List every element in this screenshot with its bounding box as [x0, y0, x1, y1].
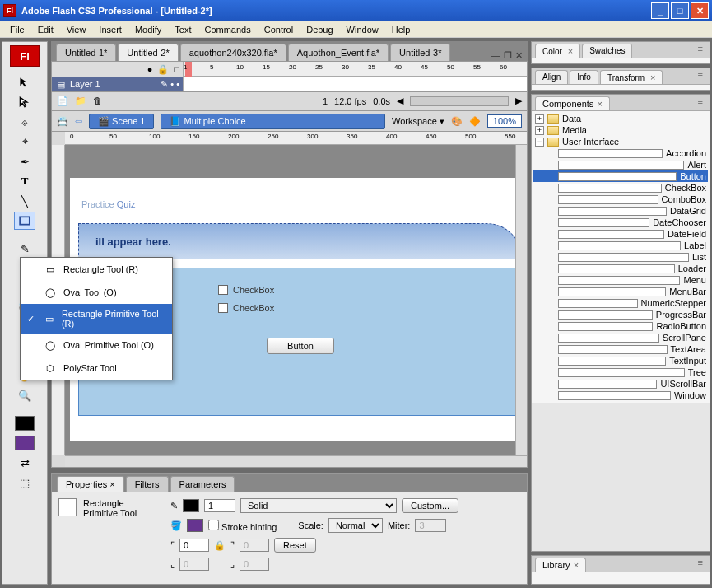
component-item[interactable]: TextInput — [533, 355, 708, 366]
menu-debug[interactable]: Debug — [300, 23, 339, 36]
component-item[interactable]: Loader — [533, 263, 708, 274]
stage-hscrollbar[interactable] — [65, 455, 527, 467]
pencil-tool[interactable]: ✎ — [14, 240, 35, 258]
doc-tab[interactable]: Untitled-2* — [118, 44, 178, 61]
scene-select-icon[interactable]: 🎨 — [451, 116, 463, 127]
stroke-color-well[interactable] — [15, 416, 35, 431]
props-tab-parameters[interactable]: Parameters — [170, 476, 235, 492]
menu-insert[interactable]: Insert — [92, 23, 128, 36]
component-item[interactable]: Window — [533, 390, 708, 401]
new-layer-icon[interactable]: 📄 — [57, 96, 68, 107]
outline-icon[interactable]: □ — [174, 64, 179, 74]
flyout-item[interactable]: ◯Oval Tool (O) — [21, 281, 172, 304]
scale-select[interactable]: Normal — [328, 518, 383, 533]
component-item[interactable]: NumericStepper — [533, 297, 708, 309]
component-item[interactable]: UIScrollBar — [533, 378, 708, 390]
edit-icon[interactable]: 📇 — [57, 116, 68, 127]
timeline-scrollbar[interactable] — [410, 96, 509, 106]
subselection-tool[interactable] — [14, 93, 35, 111]
reset-button[interactable]: Reset — [274, 538, 316, 553]
corner-tl-input[interactable] — [179, 539, 209, 552]
panel-tab[interactable]: Swatches — [582, 44, 632, 58]
scroll-left-icon[interactable]: ◀ — [397, 96, 403, 106]
panel-menu-icon[interactable]: ≡ — [698, 558, 703, 572]
checkbox-component[interactable]: CheckBox — [218, 303, 383, 313]
components-tab[interactable]: Components× — [535, 96, 610, 110]
visibility-icon[interactable]: ● — [147, 64, 153, 74]
doc-tab[interactable]: Untitled-3* — [390, 44, 450, 61]
pen-tool[interactable]: ✒ — [14, 152, 35, 170]
library-tab[interactable]: Library× — [535, 558, 586, 572]
doc-close-icon[interactable]: ✕ — [515, 50, 523, 61]
close-tab-icon[interactable]: × — [574, 560, 579, 570]
component-item[interactable]: TextArea — [533, 343, 708, 355]
component-item[interactable]: CheckBox — [533, 182, 708, 194]
new-folder-icon[interactable]: 📁 — [75, 96, 86, 107]
button-component[interactable]: Button — [267, 338, 334, 354]
menu-window[interactable]: Window — [340, 23, 385, 36]
close-tab-icon[interactable]: × — [597, 99, 602, 109]
checkbox-component[interactable]: CheckBox — [218, 285, 383, 295]
rectangle-tool[interactable] — [14, 212, 35, 230]
expand-icon[interactable]: + — [535, 114, 544, 124]
scene-crumb[interactable]: 🎬 Scene 1 — [89, 114, 154, 129]
tree-folder[interactable]: +Data — [533, 113, 708, 124]
frame-ruler[interactable]: 151015202530354045505560 — [184, 62, 527, 77]
flyout-item[interactable]: ✓▭Rectangle Primitive Tool (R) — [21, 304, 172, 334]
back-icon[interactable]: ⇦ — [75, 116, 82, 127]
menu-view[interactable]: View — [60, 23, 93, 36]
props-tab-properties[interactable]: Properties × — [57, 476, 124, 492]
menu-file[interactable]: File — [3, 23, 31, 36]
doc-tab[interactable]: Aquothon_Event.fla* — [288, 44, 389, 61]
component-item[interactable]: List — [533, 251, 708, 263]
stroke-style-select[interactable]: Solid — [240, 498, 397, 513]
delete-layer-icon[interactable]: 🗑 — [93, 96, 105, 107]
doc-minimize-icon[interactable]: — — [491, 50, 500, 61]
component-item[interactable]: DateField — [533, 228, 708, 240]
workspace-dropdown[interactable]: Workspace ▾ — [392, 116, 444, 127]
flyout-item[interactable]: ▭Rectangle Tool (R) — [21, 258, 172, 281]
stroke-hinting-checkbox[interactable]: Stroke hinting — [208, 520, 277, 532]
doc-restore-icon[interactable]: ❐ — [504, 50, 512, 61]
component-item[interactable]: Accordion — [533, 147, 708, 159]
panel-tab[interactable]: Info — [570, 70, 598, 84]
fill-swatch[interactable] — [187, 519, 203, 532]
menu-modify[interactable]: Modify — [128, 23, 168, 36]
component-item[interactable]: Button — [533, 170, 708, 182]
close-button[interactable]: ✕ — [691, 2, 709, 19]
layer-row[interactable]: ▤ Layer 1 ✎ • • — [52, 77, 183, 91]
lock-corners-icon[interactable]: 🔒 — [214, 540, 226, 551]
component-item[interactable]: ProgressBar — [533, 309, 708, 320]
menu-help[interactable]: Help — [385, 23, 417, 36]
symbol-select-icon[interactable]: 🔶 — [469, 116, 481, 127]
stroke-width-input[interactable] — [204, 499, 235, 512]
menu-commands[interactable]: Commands — [198, 23, 257, 36]
panel-tab[interactable]: Transform × — [600, 70, 663, 84]
free-transform-tool[interactable]: ⟐ — [14, 113, 35, 131]
props-tab-filters[interactable]: Filters — [126, 476, 169, 492]
component-item[interactable]: Alert — [533, 159, 708, 170]
panel-tab[interactable]: Color × — [535, 44, 580, 58]
fill-color-well[interactable] — [15, 436, 35, 450]
component-item[interactable]: Label — [533, 240, 708, 251]
expand-icon[interactable]: + — [535, 126, 544, 135]
component-item[interactable]: ComboBox — [533, 194, 708, 205]
frame-track[interactable] — [184, 77, 527, 91]
menu-edit[interactable]: Edit — [31, 23, 60, 36]
flyout-item[interactable]: ◯Oval Primitive Tool (O) — [21, 334, 172, 357]
lock-icon[interactable]: 🔒 — [157, 64, 169, 75]
panel-menu-icon[interactable]: ≡ — [698, 96, 703, 110]
miter-input[interactable] — [415, 519, 446, 532]
doc-tab[interactable]: Untitled-1* — [56, 44, 116, 61]
custom-button[interactable]: Custom... — [402, 498, 458, 513]
menu-control[interactable]: Control — [258, 23, 300, 36]
panel-menu-icon[interactable]: ≡ — [698, 44, 703, 58]
swap-colors-icon[interactable]: ⇄ — [14, 454, 35, 472]
flyout-item[interactable]: ⬡PolyStar Tool — [21, 357, 172, 380]
stroke-swatch[interactable] — [183, 499, 199, 512]
scroll-right-icon[interactable]: ▶ — [515, 96, 522, 106]
zoom-dropdown[interactable]: 100% — [487, 114, 522, 128]
component-item[interactable]: DateChooser — [533, 217, 708, 228]
minimize-button[interactable]: _ — [651, 2, 669, 19]
lasso-tool[interactable]: ⌖ — [14, 133, 35, 151]
